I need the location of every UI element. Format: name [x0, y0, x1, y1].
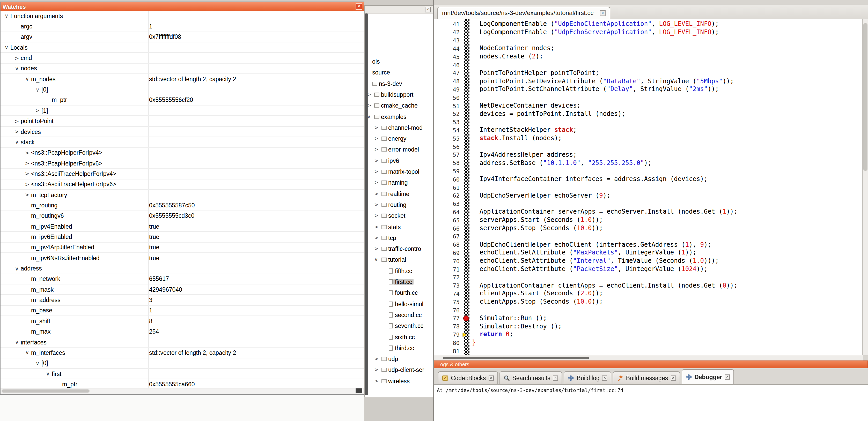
project-tree-item[interactable]: >naming	[368, 177, 433, 189]
watch-row[interactable]: argc1	[1, 22, 364, 32]
project-tree-item[interactable]: ns-3-dev	[368, 78, 433, 90]
close-icon[interactable]: ×	[425, 7, 431, 12]
watch-row[interactable]: ∨Function arguments	[1, 11, 364, 22]
chevron-right-icon[interactable]: >	[13, 118, 21, 124]
project-tree-item[interactable]: >realtime	[368, 189, 433, 200]
project-tree-item[interactable]: >socket	[368, 210, 433, 222]
chevron-right-icon[interactable]: >	[23, 150, 31, 155]
watch-row[interactable]: >[1]	[1, 105, 364, 116]
scrollbar-thumb[interactable]	[2, 389, 90, 393]
chevron-down-icon[interactable]: ∨	[13, 66, 21, 71]
chevron-right-icon[interactable]: >	[374, 158, 379, 163]
close-icon[interactable]: ×	[553, 376, 558, 381]
logs-tab-code-blocks[interactable]: Code::Blocks×	[438, 371, 498, 384]
chevron-right-icon[interactable]: >	[374, 202, 379, 207]
watch-row[interactable]: ∨[0]	[1, 358, 364, 369]
chevron-right-icon[interactable]: >	[374, 235, 379, 240]
project-tree-item[interactable]: ∨tutorial	[368, 255, 433, 266]
close-icon[interactable]: ×	[489, 376, 494, 381]
project-tree-item[interactable]: >channel-mod	[368, 123, 433, 134]
project-tree-item[interactable]: sixth.cc	[368, 332, 433, 343]
watch-row[interactable]: m_base1	[1, 306, 364, 316]
logs-tab-search-results[interactable]: Search results×	[499, 371, 562, 384]
chevron-right-icon[interactable]: >	[374, 180, 379, 186]
watches-tree[interactable]: ∨Function argumentsargc1argv0x7fffffffdf…	[1, 11, 364, 388]
chevron-right-icon[interactable]: >	[374, 378, 379, 384]
watch-row[interactable]: m_max254	[1, 327, 364, 337]
project-tree-item[interactable]: hello-simul	[368, 299, 433, 310]
watch-row[interactable]: >m_tcpFactory	[1, 190, 364, 200]
chevron-right-icon[interactable]: >	[23, 171, 31, 176]
chevron-down-icon[interactable]: ∨	[34, 360, 41, 366]
watch-row[interactable]: m_address3	[1, 295, 364, 306]
project-tree-item[interactable]: seventh.cc	[368, 321, 433, 332]
watch-row[interactable]: m_shift8	[1, 316, 364, 327]
watch-row[interactable]: m_routing0x555555587c50	[1, 200, 364, 211]
watch-row[interactable]: m_ipv6NsRsJitterEnabledtrue	[1, 253, 364, 263]
chevron-right-icon[interactable]: >	[23, 192, 31, 198]
close-icon[interactable]: ×	[671, 376, 676, 381]
watches-horizontal-scrollbar[interactable]	[1, 388, 364, 394]
watch-row[interactable]: m_ipv4ArpJitterEnabledtrue	[1, 242, 364, 253]
project-tree-item[interactable]: source	[368, 67, 433, 78]
project-tree-item[interactable]: >routing	[368, 200, 433, 211]
project-tree-item[interactable]: >wireless	[368, 376, 433, 387]
project-tree-item[interactable]: >udp	[368, 354, 433, 365]
project-tree-item[interactable]: ols	[368, 56, 433, 67]
watch-row[interactable]: m_mask4294967040	[1, 285, 364, 295]
project-tree-item[interactable]: fifth.cc	[368, 266, 433, 277]
watch-row[interactable]: ∨m_interfacesstd::vector of length 2, ca…	[1, 348, 364, 358]
chevron-right-icon[interactable]: >	[374, 125, 379, 130]
logs-tab-build-messages[interactable]: Build messages×	[613, 371, 680, 384]
watch-row[interactable]: ∨m_nodesstd::vector of length 2, capacit…	[1, 74, 364, 85]
project-tree-item[interactable]: first.cc	[368, 277, 433, 288]
watch-row[interactable]: ><ns3::AsciiTraceHelperForIpv4>	[1, 169, 364, 180]
chevron-down-icon[interactable]: ∨	[44, 371, 52, 377]
chevron-down-icon[interactable]: ∨	[3, 44, 10, 50]
chevron-right-icon[interactable]: >	[374, 169, 379, 174]
watch-row[interactable]: >cmd	[1, 53, 364, 64]
editor-vertical-scrollbar[interactable]	[862, 19, 868, 355]
close-icon[interactable]: ×	[600, 10, 606, 16]
chevron-right-icon[interactable]: >	[13, 129, 21, 134]
chevron-right-icon[interactable]: >	[374, 191, 379, 196]
chevron-down-icon[interactable]: ∨	[13, 339, 21, 345]
breakpoint-icon[interactable]	[463, 316, 469, 321]
watch-row[interactable]: m_network655617	[1, 274, 364, 285]
chevron-right-icon[interactable]: >	[34, 108, 41, 114]
resize-grip[interactable]	[355, 388, 362, 393]
project-tree-item[interactable]: >matrix-topol	[368, 166, 433, 177]
project-tree-item[interactable]: >stats	[368, 222, 433, 233]
watch-row[interactable]: ∨nodes	[1, 64, 364, 74]
watch-row[interactable]: m_ptr0x5555555ca660	[1, 379, 364, 389]
watch-row[interactable]: ><ns3::PcapHelperForIpv6>	[1, 158, 364, 169]
projects-tree[interactable]: olssourcens-3-dev>buildsupport>cmake_cac…	[368, 56, 433, 397]
chevron-down-icon[interactable]: ∨	[374, 257, 378, 262]
project-tree-item[interactable]: >tcp	[368, 233, 433, 244]
chevron-right-icon[interactable]: >	[374, 135, 379, 141]
chevron-down-icon[interactable]: ∨	[23, 350, 31, 356]
chevron-right-icon[interactable]: >	[374, 246, 379, 251]
logs-panel-header[interactable]: Logs & others	[434, 360, 868, 368]
scrollbar-thumb[interactable]	[443, 357, 589, 359]
scrollbar-thumb[interactable]	[863, 23, 867, 171]
chevron-right-icon[interactable]: >	[368, 92, 371, 97]
watch-row[interactable]: ><ns3::AsciiTraceHelperForIpv6>	[1, 179, 364, 190]
chevron-right-icon[interactable]: >	[23, 182, 31, 187]
watch-row[interactable]: m_ipv6Enabledtrue	[1, 232, 364, 242]
project-tree-item[interactable]: >energy	[368, 133, 433, 144]
watch-row[interactable]: ∨interfaces	[1, 337, 364, 348]
project-tree-item[interactable]: second.cc	[368, 310, 433, 321]
project-tree-item[interactable]: >buildsupport	[368, 90, 433, 101]
chevron-right-icon[interactable]: >	[374, 213, 379, 218]
chevron-right-icon[interactable]: >	[368, 102, 371, 108]
watch-row[interactable]: ∨[0]	[1, 85, 364, 95]
project-tree-item[interactable]: >error-model	[368, 144, 433, 156]
chevron-down-icon[interactable]: ∨	[3, 13, 10, 19]
chevron-right-icon[interactable]: >	[23, 160, 31, 166]
chevron-down-icon[interactable]: ∨	[13, 266, 21, 271]
project-tree-item[interactable]: fourth.cc	[368, 288, 433, 299]
chevron-right-icon[interactable]: >	[374, 147, 379, 152]
project-tree-item[interactable]: >traffic-contro	[368, 244, 433, 255]
watch-row[interactable]: m_routingv60x5555555cd3c0	[1, 211, 364, 221]
